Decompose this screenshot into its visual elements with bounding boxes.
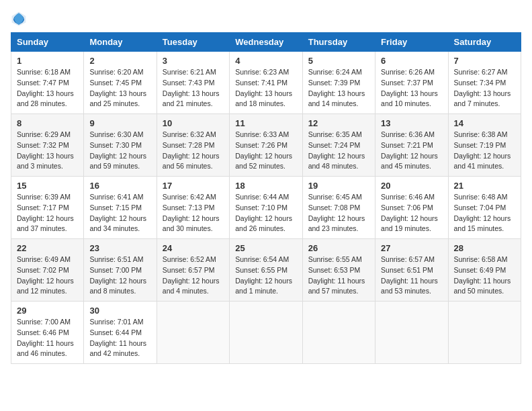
day-number: 8: [17, 118, 78, 128]
weekday-header-saturday: Saturday: [448, 33, 521, 52]
calendar-cell: 30Sunrise: 7:01 AMSunset: 6:44 PMDayligh…: [84, 302, 157, 364]
day-number: 12: [308, 118, 369, 128]
day-number: 2: [89, 56, 150, 66]
calendar-cell: 2Sunrise: 6:20 AMSunset: 7:45 PMDaylight…: [84, 52, 157, 114]
day-number: 15: [17, 181, 78, 191]
calendar-cell: 27Sunrise: 6:57 AMSunset: 6:51 PMDayligh…: [375, 239, 448, 302]
day-content: Sunrise: 6:29 AMSunset: 7:32 PMDaylight:…: [17, 130, 78, 172]
calendar-cell: 22Sunrise: 6:49 AMSunset: 7:02 PMDayligh…: [11, 239, 84, 302]
day-number: 5: [308, 56, 369, 66]
logo-icon: [11, 11, 27, 27]
calendar-cell: 13Sunrise: 6:36 AMSunset: 7:21 PMDayligh…: [375, 114, 448, 177]
calendar-cell: 14Sunrise: 6:38 AMSunset: 7:19 PMDayligh…: [448, 114, 521, 177]
day-content: Sunrise: 6:42 AMSunset: 7:13 PMDaylight:…: [163, 192, 224, 234]
logo: [11, 11, 30, 27]
calendar-cell: 15Sunrise: 6:39 AMSunset: 7:17 PMDayligh…: [11, 177, 84, 239]
calendar-cell: [157, 302, 229, 364]
calendar-cell: 21Sunrise: 6:48 AMSunset: 7:04 PMDayligh…: [448, 177, 521, 239]
day-number: 23: [89, 243, 150, 253]
day-content: Sunrise: 6:58 AMSunset: 6:49 PMDaylight:…: [454, 255, 515, 297]
weekday-header-wednesday: Wednesday: [230, 33, 302, 52]
calendar-cell: 17Sunrise: 6:42 AMSunset: 7:13 PMDayligh…: [157, 177, 229, 239]
calendar-cell: 20Sunrise: 6:46 AMSunset: 7:06 PMDayligh…: [375, 177, 448, 239]
day-number: 10: [163, 118, 224, 128]
day-content: Sunrise: 6:23 AMSunset: 7:41 PMDaylight:…: [235, 67, 296, 109]
day-number: 1: [17, 56, 78, 66]
header: [11, 11, 521, 27]
day-number: 21: [454, 181, 515, 191]
day-number: 26: [308, 243, 369, 253]
calendar-cell: 1Sunrise: 6:18 AMSunset: 7:47 PMDaylight…: [11, 52, 84, 114]
calendar-cell: [375, 302, 448, 364]
calendar-cell: 5Sunrise: 6:24 AMSunset: 7:39 PMDaylight…: [302, 52, 375, 114]
day-number: 24: [163, 243, 224, 253]
day-content: Sunrise: 6:39 AMSunset: 7:17 PMDaylight:…: [17, 192, 78, 234]
calendar-cell: [230, 302, 302, 364]
day-number: 19: [308, 181, 369, 191]
day-number: 30: [89, 306, 150, 316]
day-number: 4: [235, 56, 296, 66]
day-content: Sunrise: 6:55 AMSunset: 6:53 PMDaylight:…: [308, 255, 369, 297]
day-content: Sunrise: 6:21 AMSunset: 7:43 PMDaylight:…: [163, 67, 224, 109]
calendar-cell: 8Sunrise: 6:29 AMSunset: 7:32 PMDaylight…: [11, 114, 84, 177]
day-number: 28: [454, 243, 515, 253]
day-content: Sunrise: 6:33 AMSunset: 7:26 PMDaylight:…: [235, 130, 296, 172]
calendar-week-row: 1Sunrise: 6:18 AMSunset: 7:47 PMDaylight…: [11, 52, 521, 114]
calendar-week-row: 15Sunrise: 6:39 AMSunset: 7:17 PMDayligh…: [11, 177, 521, 239]
day-content: Sunrise: 6:24 AMSunset: 7:39 PMDaylight:…: [308, 67, 369, 109]
day-content: Sunrise: 6:46 AMSunset: 7:06 PMDaylight:…: [381, 192, 442, 234]
calendar-week-row: 22Sunrise: 6:49 AMSunset: 7:02 PMDayligh…: [11, 239, 521, 302]
day-content: Sunrise: 6:45 AMSunset: 7:08 PMDaylight:…: [308, 192, 369, 234]
day-number: 3: [163, 56, 224, 66]
day-content: Sunrise: 6:26 AMSunset: 7:37 PMDaylight:…: [381, 67, 442, 109]
calendar-cell: 28Sunrise: 6:58 AMSunset: 6:49 PMDayligh…: [448, 239, 521, 302]
day-content: Sunrise: 6:18 AMSunset: 7:47 PMDaylight:…: [17, 67, 78, 109]
calendar-cell: 19Sunrise: 6:45 AMSunset: 7:08 PMDayligh…: [302, 177, 375, 239]
day-number: 6: [381, 56, 442, 66]
day-content: Sunrise: 6:41 AMSunset: 7:15 PMDaylight:…: [89, 192, 150, 234]
calendar-week-row: 29Sunrise: 7:00 AMSunset: 6:46 PMDayligh…: [11, 302, 521, 364]
day-content: Sunrise: 6:38 AMSunset: 7:19 PMDaylight:…: [454, 130, 515, 172]
day-number: 9: [89, 118, 150, 128]
weekday-header-sunday: Sunday: [11, 33, 84, 52]
day-content: Sunrise: 6:49 AMSunset: 7:02 PMDaylight:…: [17, 255, 78, 297]
day-content: Sunrise: 6:57 AMSunset: 6:51 PMDaylight:…: [381, 255, 442, 297]
day-content: Sunrise: 6:32 AMSunset: 7:28 PMDaylight:…: [163, 130, 224, 172]
calendar-cell: 12Sunrise: 6:35 AMSunset: 7:24 PMDayligh…: [302, 114, 375, 177]
day-number: 29: [17, 306, 78, 316]
day-number: 22: [17, 243, 78, 253]
calendar-cell: 26Sunrise: 6:55 AMSunset: 6:53 PMDayligh…: [302, 239, 375, 302]
day-content: Sunrise: 6:36 AMSunset: 7:21 PMDaylight:…: [381, 130, 442, 172]
day-number: 25: [235, 243, 296, 253]
day-content: Sunrise: 7:01 AMSunset: 6:44 PMDaylight:…: [89, 317, 150, 359]
calendar-cell: 18Sunrise: 6:44 AMSunset: 7:10 PMDayligh…: [230, 177, 302, 239]
weekday-header-thursday: Thursday: [302, 33, 375, 52]
day-content: Sunrise: 6:54 AMSunset: 6:55 PMDaylight:…: [235, 255, 296, 297]
calendar-cell: 10Sunrise: 6:32 AMSunset: 7:28 PMDayligh…: [157, 114, 229, 177]
calendar-cell: 11Sunrise: 6:33 AMSunset: 7:26 PMDayligh…: [230, 114, 302, 177]
day-number: 27: [381, 243, 442, 253]
day-number: 16: [89, 181, 150, 191]
day-content: Sunrise: 6:35 AMSunset: 7:24 PMDaylight:…: [308, 130, 369, 172]
day-number: 13: [381, 118, 442, 128]
day-content: Sunrise: 6:20 AMSunset: 7:45 PMDaylight:…: [89, 67, 150, 109]
calendar-cell: 4Sunrise: 6:23 AMSunset: 7:41 PMDaylight…: [230, 52, 302, 114]
day-content: Sunrise: 6:51 AMSunset: 7:00 PMDaylight:…: [89, 255, 150, 297]
weekday-header-monday: Monday: [84, 33, 157, 52]
calendar-cell: 24Sunrise: 6:52 AMSunset: 6:57 PMDayligh…: [157, 239, 229, 302]
calendar-cell: [448, 302, 521, 364]
calendar-cell: 3Sunrise: 6:21 AMSunset: 7:43 PMDaylight…: [157, 52, 229, 114]
calendar-table: SundayMondayTuesdayWednesdayThursdayFrid…: [11, 32, 521, 364]
weekday-header-friday: Friday: [375, 33, 448, 52]
calendar-cell: 23Sunrise: 6:51 AMSunset: 7:00 PMDayligh…: [84, 239, 157, 302]
day-number: 7: [454, 56, 515, 66]
day-content: Sunrise: 6:44 AMSunset: 7:10 PMDaylight:…: [235, 192, 296, 234]
day-number: 20: [381, 181, 442, 191]
day-content: Sunrise: 6:30 AMSunset: 7:30 PMDaylight:…: [89, 130, 150, 172]
calendar-cell: 16Sunrise: 6:41 AMSunset: 7:15 PMDayligh…: [84, 177, 157, 239]
day-number: 18: [235, 181, 296, 191]
calendar-cell: 6Sunrise: 6:26 AMSunset: 7:37 PMDaylight…: [375, 52, 448, 114]
day-number: 14: [454, 118, 515, 128]
calendar-cell: 9Sunrise: 6:30 AMSunset: 7:30 PMDaylight…: [84, 114, 157, 177]
calendar-week-row: 8Sunrise: 6:29 AMSunset: 7:32 PMDaylight…: [11, 114, 521, 177]
